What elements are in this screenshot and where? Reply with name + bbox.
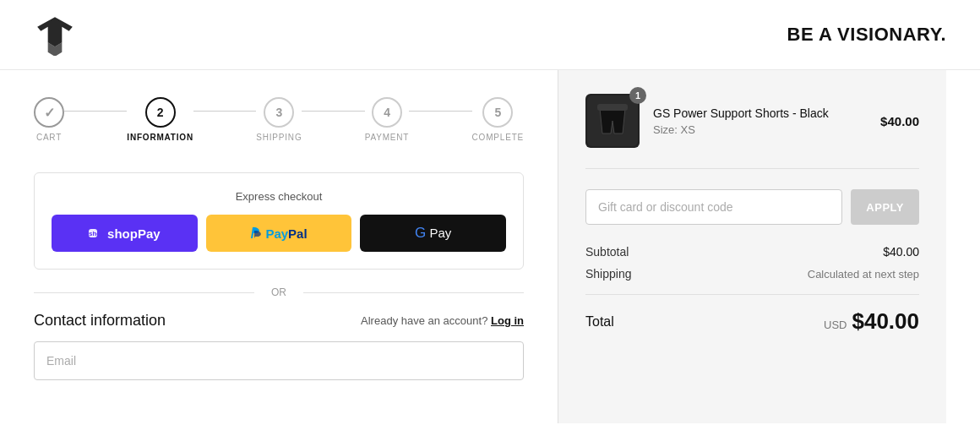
discount-code-row: APPLY [585,189,919,225]
step-circle-complete: 5 [482,97,513,128]
total-label: Total [585,314,614,330]
total-value-wrapper: USD $40.00 [824,308,919,335]
paypal-label: PayPal [250,226,307,241]
checkmark-icon: ✓ [44,105,55,121]
step-label-payment: PAYMENT [365,133,409,142]
step-information: 2 INFORMATION [127,97,193,142]
paypal-text: PayPal [265,226,307,241]
step-connector-2 [193,111,256,112]
product-image-wrapper: 1 [585,94,640,148]
svg-rect-5 [597,104,628,111]
total-line: Total USD $40.00 [585,308,919,335]
step-complete: 5 COMPLETE [472,97,524,142]
product-item: 1 GS Power Support Shorts - Black Size: … [585,94,919,169]
progress-bar: ✓ CART 2 INFORMATION 3 SHIPPING 4 PAYMEN… [34,97,524,142]
express-checkout-section: Express checkout shop shopPay [34,172,524,270]
total-currency: USD [824,319,847,331]
shipping-label: Shipping [585,267,632,281]
login-prompt: Already have an account? Log in [361,314,524,327]
step-cart: ✓ CART [34,97,64,142]
left-panel: ✓ CART 2 INFORMATION 3 SHIPPING 4 PAYMEN… [0,70,558,423]
shoppay-label: shop shopPay [89,226,161,241]
email-field-wrapper[interactable] [34,341,524,380]
discount-code-input[interactable] [585,189,842,225]
product-image [585,94,640,148]
summary-divider [585,294,919,295]
subtotal-line: Subtotal $40.00 [585,245,919,259]
step-connector-4 [409,111,471,112]
product-name: GS Power Support Shorts - Black [653,106,867,120]
svg-marker-0 [37,17,73,46]
step-connector-3 [302,111,364,112]
contact-info-title: Contact information [34,312,166,330]
gymshark-logo-icon [34,14,76,56]
paypal-icon [250,226,262,240]
shoppay-icon: shop [89,227,104,239]
shoppay-text: shopPay [107,226,161,241]
header: BE A VISIONARY. [0,0,980,70]
email-input[interactable] [46,354,511,368]
shipping-line: Shipping Calculated at next step [585,267,919,281]
product-info: GS Power Support Shorts - Black Size: XS [653,106,867,136]
shoppay-button[interactable]: shop shopPay [52,215,198,252]
express-checkout-title: Express checkout [52,190,506,203]
step-label-cart: CART [36,133,62,142]
product-quantity-badge: 1 [629,87,646,104]
subtotal-label: Subtotal [585,245,629,259]
step-label-complete: COMPLETE [472,133,524,142]
or-divider: OR [34,286,524,298]
step-circle-payment: 4 [372,97,402,128]
logo [34,14,76,56]
step-shipping: 3 SHIPPING [256,97,302,142]
paypal-button[interactable]: PayPal [206,215,352,252]
product-price: $40.00 [880,114,919,128]
express-checkout-buttons: shop shopPay PayPal [52,215,506,252]
step-payment: 4 PAYMENT [365,97,409,142]
step-label-information: INFORMATION [127,133,193,142]
gpay-button[interactable]: G Pay [360,215,506,252]
right-panel: 1 GS Power Support Shorts - Black Size: … [558,70,946,423]
main-layout: ✓ CART 2 INFORMATION 3 SHIPPING 4 PAYMEN… [0,70,980,423]
login-link[interactable]: Log in [491,314,524,327]
step-label-shipping: SHIPPING [256,133,302,142]
apply-discount-button[interactable]: APPLY [851,189,919,225]
login-prompt-text: Already have an account? [361,314,487,327]
gpay-g-icon: G Pay [415,225,451,242]
tagline: BE A VISIONARY. [787,24,946,46]
step-circle-cart: ✓ [34,97,64,128]
total-amount: $40.00 [852,308,919,335]
svg-text:shop: shop [89,230,104,237]
product-variant: Size: XS [653,123,867,136]
step-connector-1 [64,111,127,112]
step-circle-shipping: 3 [264,97,294,128]
contact-info-header: Contact information Already have an acco… [34,312,524,330]
shipping-value: Calculated at next step [808,268,919,281]
product-shorts-icon [587,95,638,146]
subtotal-value: $40.00 [883,245,919,259]
step-circle-information: 2 [145,97,176,128]
gpay-label: G Pay [415,225,451,242]
